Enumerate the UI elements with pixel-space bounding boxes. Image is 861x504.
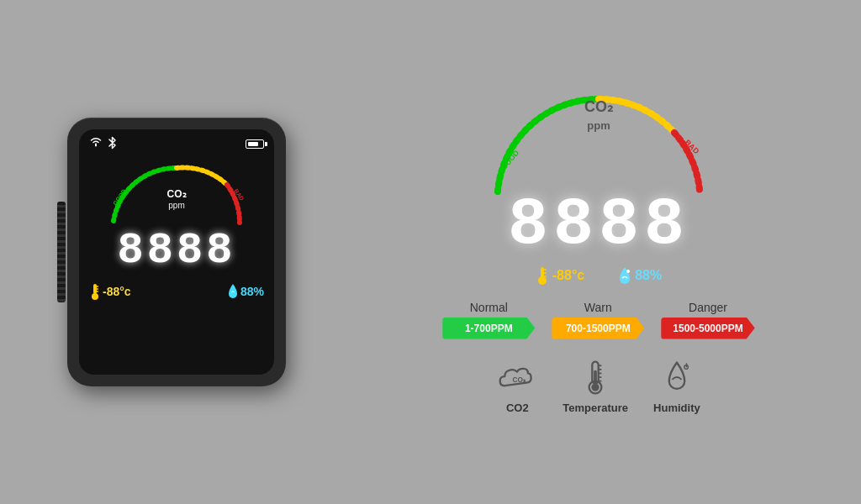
co2-feature-item: CO₂ CO2	[497, 358, 537, 414]
device-section: GOOD BAD CO₂ ppm 8888	[0, 0, 353, 504]
humidity-reading: 88%	[227, 283, 264, 300]
svg-point-12	[538, 276, 547, 285]
bluetooth-icon	[108, 136, 117, 152]
danger-range-item: Danger 1500-5000PPM	[661, 301, 754, 339]
big-humidity-value: 88%	[635, 268, 662, 283]
co2-monitor-device: GOOD BAD CO₂ ppm 8888	[67, 118, 286, 386]
co2-cloud-icon: CO₂	[497, 358, 537, 398]
big-co2-title: CO₂ ppm	[584, 97, 613, 134]
svg-rect-20	[594, 370, 597, 383]
warn-range-item: Warn 700-1500PPM	[552, 301, 644, 339]
svg-point-21	[592, 383, 600, 391]
danger-range-badge: 1500-5000PPM	[661, 318, 754, 339]
screen-bottom-readings: -88°c 88%	[79, 279, 274, 304]
device-screen: GOOD BAD CO₂ ppm 8888	[79, 129, 274, 375]
svg-text:CO₂: CO₂	[167, 188, 187, 200]
screen-top-bar	[79, 129, 274, 155]
temp-value: -88°c	[103, 285, 131, 298]
warn-range-label: Warn	[584, 301, 612, 314]
normal-range-label: Normal	[470, 301, 508, 314]
range-indicators-row: Normal 1-700PPM Warn 700-1500PPM Danger …	[370, 301, 827, 339]
big-humidity-reading: 88%	[618, 265, 662, 286]
info-section: CO₂ ppm GOOD BAD 8888	[353, 0, 861, 504]
big-gauge-area: CO₂ ppm GOOD BAD	[473, 91, 725, 200]
co2-gauge: GOOD BAD CO₂ ppm	[86, 155, 267, 223]
svg-point-16	[626, 270, 630, 273]
big-co2-value: 8888	[508, 192, 689, 259]
humidity-value: 88%	[240, 285, 264, 298]
warn-range-badge: 700-1500PPM	[552, 318, 644, 339]
normal-range-badge: 1-700PPM	[442, 318, 535, 339]
danger-range-label: Danger	[689, 301, 727, 314]
big-co2-label: CO₂	[584, 98, 613, 115]
big-co2-unit: ppm	[587, 119, 610, 132]
connectivity-icons	[89, 136, 117, 152]
co2-feature-label: CO2	[506, 402, 529, 414]
svg-rect-4	[93, 284, 97, 294]
wifi-icon	[89, 136, 103, 152]
sensor-readings-row: -88°c 88%	[370, 265, 827, 286]
normal-range-item: Normal 1-700PPM	[442, 301, 535, 339]
battery-icon	[246, 139, 264, 149]
big-gauge-wrapper: CO₂ ppm GOOD BAD 8888	[370, 91, 827, 259]
temperature-feature-label: Temperature	[563, 402, 628, 414]
feature-icons-row: CO₂ CO2 Temperature	[370, 358, 827, 414]
temperature-feature-item: Temperature	[563, 358, 628, 414]
humidity-feature-item: Humidity	[653, 358, 700, 414]
humidity-drop-icon	[657, 358, 697, 398]
humidity-feature-label: Humidity	[653, 402, 700, 414]
svg-text:CO₂: CO₂	[513, 375, 526, 383]
big-temperature-reading: -88°c	[536, 265, 584, 286]
thermometer-icon	[575, 358, 615, 398]
svg-text:ppm: ppm	[168, 201, 184, 210]
temperature-reading: -88°c	[89, 282, 131, 301]
big-temp-value: -88°c	[552, 268, 584, 283]
svg-point-5	[92, 293, 98, 300]
